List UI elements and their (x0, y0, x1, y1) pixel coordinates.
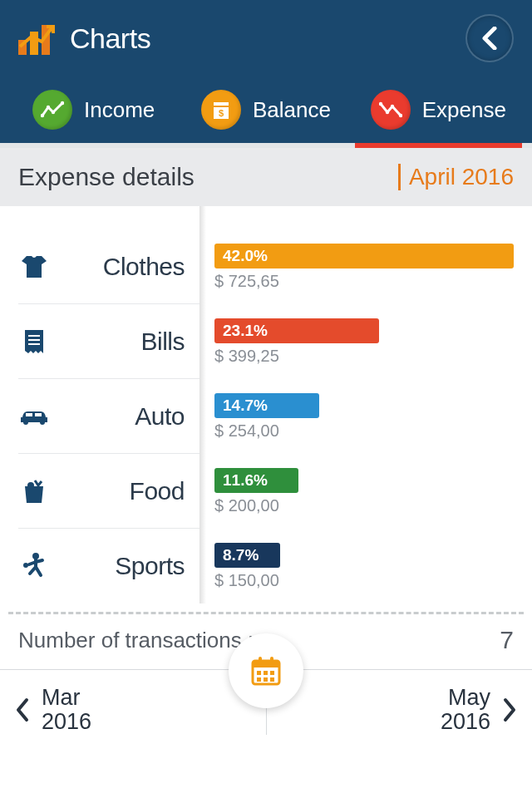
tab-label: Balance (253, 97, 331, 123)
list-item[interactable]: Sports 8.7% $ 150,00 (0, 529, 532, 603)
svg-point-21 (23, 563, 28, 568)
svg-point-11 (386, 111, 389, 114)
expense-list: Clothes 42.0% $ 725,65 Bills 23.1% $ 399… (0, 206, 532, 603)
bar: 8.7% (214, 543, 280, 568)
svg-rect-17 (26, 413, 32, 416)
category-name: Auto (135, 402, 185, 431)
prev-year: 2016 (42, 710, 91, 733)
back-button[interactable] (466, 14, 514, 62)
prev-month: Mar (42, 686, 91, 709)
svg-rect-15 (28, 339, 40, 341)
amount: $ 200,00 (214, 496, 514, 515)
svg-rect-29 (257, 677, 261, 682)
svg-point-19 (27, 482, 34, 489)
groceries-icon (18, 478, 50, 505)
shirt-icon (18, 254, 50, 279)
category-name: Sports (115, 552, 185, 580)
category-name: Clothes (103, 253, 185, 281)
svg-point-6 (61, 101, 64, 105)
prev-month-button[interactable]: Mar 2016 (15, 686, 266, 733)
period-label[interactable]: April 2016 (398, 164, 514, 190)
svg-point-5 (52, 111, 55, 114)
sports-icon (18, 552, 50, 580)
amount: $ 254,00 (214, 421, 514, 441)
chevron-left-icon (481, 27, 498, 50)
tabs: Income $ Balance Expense (0, 76, 532, 148)
svg-rect-14 (28, 335, 40, 337)
svg-point-13 (399, 114, 402, 117)
svg-rect-25 (270, 657, 273, 663)
income-icon (32, 90, 72, 130)
next-month: May (441, 686, 490, 709)
transactions-count: 7 (500, 626, 514, 654)
chevron-left-icon (15, 697, 30, 722)
car-icon (18, 407, 50, 426)
svg-rect-16 (28, 343, 40, 345)
tab-label: Expense (422, 97, 506, 123)
page-title: Charts (70, 22, 451, 55)
bar: 11.6% (214, 468, 298, 493)
svg-rect-7 (214, 102, 229, 106)
list-item[interactable]: Bills 23.1% $ 399,25 (0, 304, 532, 379)
svg-rect-28 (270, 671, 274, 675)
svg-point-4 (47, 106, 50, 109)
receipt-icon (18, 328, 50, 355)
svg-rect-23 (253, 661, 279, 667)
month-nav: Mar 2016 May 2016 (0, 669, 532, 749)
calendar-button[interactable] (229, 633, 303, 708)
expense-icon (371, 90, 411, 130)
tab-balance[interactable]: $ Balance (182, 76, 349, 143)
svg-rect-27 (264, 671, 268, 675)
svg-point-10 (379, 102, 382, 106)
svg-point-3 (41, 114, 44, 117)
subheader: Expense details April 2016 (0, 148, 532, 206)
next-year: 2016 (441, 710, 490, 733)
bar: 23.1% (214, 318, 379, 343)
category-name: Bills (140, 328, 185, 356)
svg-text:$: $ (219, 108, 224, 118)
tab-label: Income (84, 97, 155, 123)
category-name: Food (130, 477, 185, 505)
list-item[interactable]: Auto 14.7% $ 254,00 (0, 379, 532, 454)
svg-rect-30 (264, 677, 268, 682)
svg-rect-26 (257, 671, 261, 675)
svg-rect-31 (270, 677, 274, 682)
subheader-title: Expense details (18, 163, 398, 191)
calendar-icon (249, 653, 283, 688)
chevron-right-icon (502, 697, 517, 722)
list-item[interactable]: Food 11.6% $ 200,00 (0, 454, 532, 529)
amount: $ 399,25 (214, 347, 514, 366)
list-item[interactable]: Clothes 42.0% $ 725,65 (0, 229, 532, 304)
amount: $ 725,65 (214, 272, 514, 291)
amount: $ 150,00 (214, 571, 514, 590)
bar: 42.0% (214, 244, 514, 268)
header: Charts (0, 0, 532, 76)
tab-expense[interactable]: Expense (355, 76, 522, 143)
svg-rect-18 (35, 413, 42, 416)
balance-icon: $ (201, 90, 241, 130)
tab-income[interactable]: Income (10, 76, 177, 143)
svg-point-12 (391, 105, 394, 108)
app-icon (18, 22, 55, 55)
next-month-button[interactable]: May 2016 (267, 686, 518, 733)
bar: 14.7% (214, 393, 319, 418)
svg-rect-24 (259, 657, 262, 663)
